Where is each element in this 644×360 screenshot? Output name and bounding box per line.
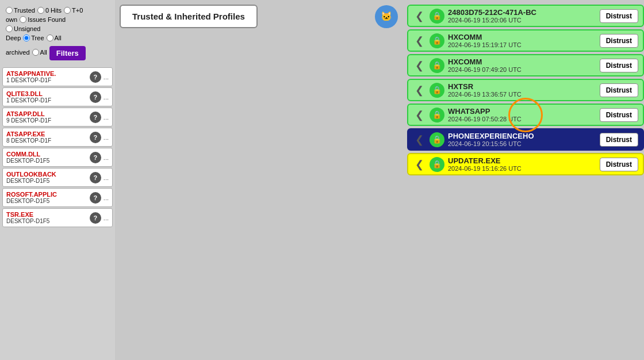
radio-all[interactable] — [47, 35, 53, 41]
chevron-btn-p6[interactable]: ❮ — [413, 133, 426, 146]
profile-info-p2: HXCOMM 2024-06-19 15:19:17 UTC — [448, 33, 596, 48]
distrust-btn-p3[interactable]: Distrust — [600, 59, 638, 72]
list-item-text-6: ROSOFT.APPLIC DESKTOP-D1F5 — [6, 191, 87, 204]
tree-label: Tree — [31, 35, 44, 41]
all2-label: All — [40, 49, 47, 56]
right-panel: ❮ 🔒 24803D75-212C-471A-BC 2024-06-19 15:… — [402, 0, 644, 360]
profile-name-p3: HXCOMM — [448, 58, 596, 66]
filter-section: Trusted 0 Hits T+0 own Issues Found — [2, 5, 113, 65]
distrust-btn-p4[interactable]: Distrust — [600, 83, 638, 97]
list-item-0[interactable]: ATSAPPNATIVE. 1 DESKTOP-D1F ? ... — [2, 67, 113, 86]
archived-label: archived — [6, 49, 30, 56]
lock-icon-p2: 🔒 — [430, 33, 444, 48]
radio-all2[interactable] — [32, 49, 39, 56]
radio-trusted[interactable] — [6, 7, 13, 14]
chevron-btn-p7[interactable]: ❮ — [413, 158, 426, 171]
profile-date-p4: 2024-06-19 13:36:57 UTC — [448, 91, 596, 98]
list-item-2[interactable]: ATSAPP.DLL 9 DESKTOP-D1F ? ... — [2, 108, 113, 127]
profile-entry-p4: ❮ 🔒 HXTSR 2024-06-19 13:36:57 UTC Distru… — [407, 79, 644, 101]
chevron-btn-p4[interactable]: ❮ — [413, 84, 426, 97]
all-label: All — [55, 35, 62, 41]
distrust-btn-p6[interactable]: Distrust — [600, 133, 638, 147]
list-item-text-4: COMM.DLL DESKTOP-D1F5 — [6, 151, 87, 164]
list-item-name-7: TSR.EXE — [6, 211, 87, 218]
lock-icon-p4: 🔒 — [430, 83, 444, 98]
radio-unsigned[interactable] — [6, 25, 13, 32]
filter-deep[interactable]: Deep — [6, 35, 21, 41]
distrust-btn-p1[interactable]: Distrust — [600, 9, 638, 23]
help-icon-3[interactable]: ? — [90, 132, 101, 143]
list-item-sub-4: DESKTOP-D1F5 — [6, 158, 87, 164]
profile-name-p4: HXTSR — [448, 82, 596, 91]
help-icon-4[interactable]: ? — [90, 152, 101, 163]
filter-tree[interactable]: Tree — [23, 35, 44, 41]
lock-icon-p6: 🔒 — [430, 132, 444, 147]
help-icon-7[interactable]: ? — [90, 212, 101, 224]
list-item-text-7: TSR.EXE DESKTOP-D1F5 — [6, 211, 87, 224]
chevron-btn-p2[interactable]: ❮ — [413, 35, 426, 47]
profile-name-p1: 24803D75-212C-471A-BC — [448, 8, 596, 17]
list-item-name-1: QLITE3.DLL — [6, 90, 87, 97]
list-item-text-3: ATSAPP.EXE 8 DESKTOP-D1F — [6, 131, 87, 144]
help-icon-6[interactable]: ? — [90, 192, 101, 204]
hits-label: 0 Hits — [45, 7, 62, 14]
distrust-btn-p2[interactable]: Distrust — [600, 34, 638, 48]
deep-label: Deep — [6, 35, 21, 41]
distrust-btn-p7[interactable]: Distrust — [600, 158, 638, 171]
list-item-4[interactable]: COMM.DLL DESKTOP-D1F5 ? ... — [2, 148, 113, 167]
radio-tplus0[interactable] — [64, 7, 71, 14]
filter-row-3: Unsigned — [6, 25, 109, 32]
distrust-btn-p5[interactable]: Distrust — [600, 108, 638, 122]
filter-archived[interactable]: archived — [6, 49, 30, 56]
filter-all[interactable]: All — [47, 35, 62, 41]
filter-all2[interactable]: All — [32, 49, 47, 56]
chevron-btn-p3[interactable]: ❮ — [413, 59, 426, 72]
radio-tree[interactable] — [23, 35, 30, 41]
lock-icon-p7: 🔒 — [430, 157, 444, 172]
trusted-label: Trusted — [14, 7, 35, 14]
help-icon-0[interactable]: ? — [90, 71, 101, 83]
list-item-3[interactable]: ATSAPP.EXE 8 DESKTOP-D1F ? ... — [2, 128, 113, 147]
profile-info-p5: WHATSAPP 2024-06-19 07:50:28 UTC — [448, 107, 596, 122]
filter-issues[interactable]: Issues Found — [20, 16, 66, 23]
issues-label: Issues Found — [28, 16, 66, 23]
profile-name-p5: WHATSAPP — [448, 107, 596, 116]
list-item-name-5: OUTLOOKBACK — [6, 171, 87, 178]
filter-unsigned[interactable]: Unsigned — [6, 25, 40, 32]
list-item-sub-0: 1 DESKTOP-D1F — [6, 77, 87, 83]
avatar-icon: 🐱 — [381, 11, 392, 22]
list-item-7[interactable]: TSR.EXE DESKTOP-D1F5 ? ... — [2, 208, 113, 227]
dots-0: ... — [103, 74, 109, 81]
chevron-btn-p1[interactable]: ❮ — [413, 10, 426, 22]
filter-tplus0[interactable]: T+0 — [64, 7, 83, 14]
filter-row-5: archived All Filters — [6, 44, 109, 60]
profile-name-p7: UPDATER.EXE — [448, 156, 596, 165]
filter-trusted[interactable]: Trusted — [6, 7, 35, 14]
list-item-6[interactable]: ROSOFT.APPLIC DESKTOP-D1F5 ? ... — [2, 188, 113, 207]
list-item-1[interactable]: QLITE3.DLL 1 DESKTOP-D1F ? ... — [2, 87, 113, 106]
profile-date-p3: 2024-06-19 07:49:20 UTC — [448, 66, 596, 73]
dots-5: ... — [103, 174, 109, 181]
radio-hits[interactable] — [37, 7, 44, 14]
sidebar: Trusted 0 Hits T+0 own Issues Found — [0, 0, 115, 360]
help-icon-5[interactable]: ? — [90, 172, 101, 183]
filters-button[interactable]: Filters — [49, 46, 86, 60]
profile-info-p3: HXCOMM 2024-06-19 07:49:20 UTC — [448, 58, 596, 73]
profile-info-p4: HXTSR 2024-06-19 13:36:57 UTC — [448, 82, 596, 98]
filter-row-2: own Issues Found — [6, 16, 109, 23]
list-item-name-2: ATSAPP.DLL — [6, 110, 87, 117]
list-item-5[interactable]: OUTLOOKBACK DESKTOP-D1F5 ? ... — [2, 168, 113, 187]
trusted-profiles-button[interactable]: Trusted & Inherited Profiles — [120, 5, 258, 28]
filter-own[interactable]: own — [6, 16, 17, 23]
help-icon-2[interactable]: ? — [90, 112, 101, 123]
help-icon-1[interactable]: ? — [90, 91, 101, 103]
dots-2: ... — [103, 114, 109, 121]
profile-info-p1: 24803D75-212C-471A-BC 2024-06-19 15:20:0… — [448, 8, 596, 24]
filter-row-1: Trusted 0 Hits T+0 — [6, 7, 109, 14]
profile-name-p6: PHONEEXPERIENCEHO — [448, 132, 596, 140]
chevron-btn-p5[interactable]: ❮ — [413, 109, 426, 121]
filter-hits[interactable]: 0 Hits — [37, 7, 62, 14]
list-item-text-2: ATSAPP.DLL 9 DESKTOP-D1F — [6, 110, 87, 124]
radio-issues[interactable] — [20, 16, 26, 23]
list-item-sub-1: 1 DESKTOP-D1F — [6, 97, 87, 104]
